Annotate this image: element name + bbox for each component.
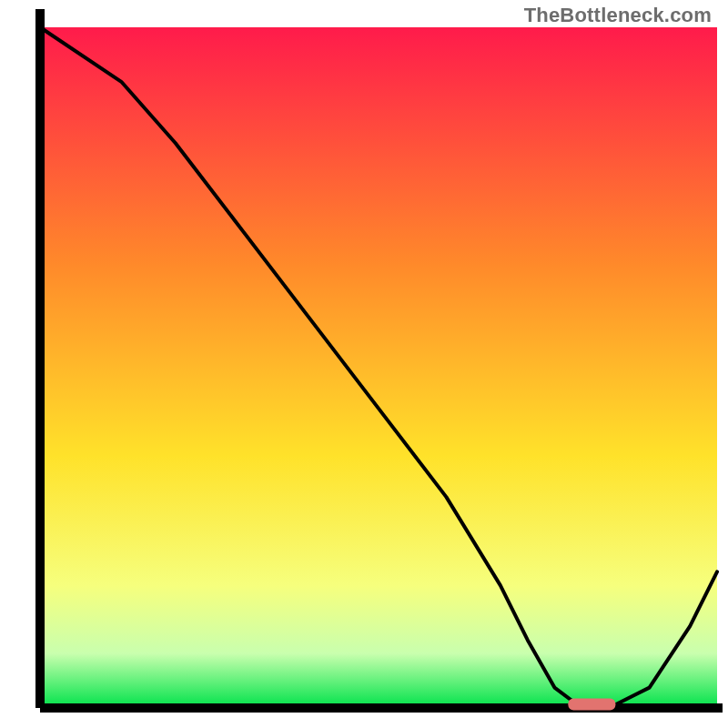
optimum-marker bbox=[568, 699, 615, 711]
chart-stage: TheBottleneck.com bbox=[0, 0, 728, 728]
watermark-label: TheBottleneck.com bbox=[524, 4, 712, 27]
bottleneck-chart bbox=[0, 0, 728, 728]
plot-background bbox=[40, 27, 717, 708]
